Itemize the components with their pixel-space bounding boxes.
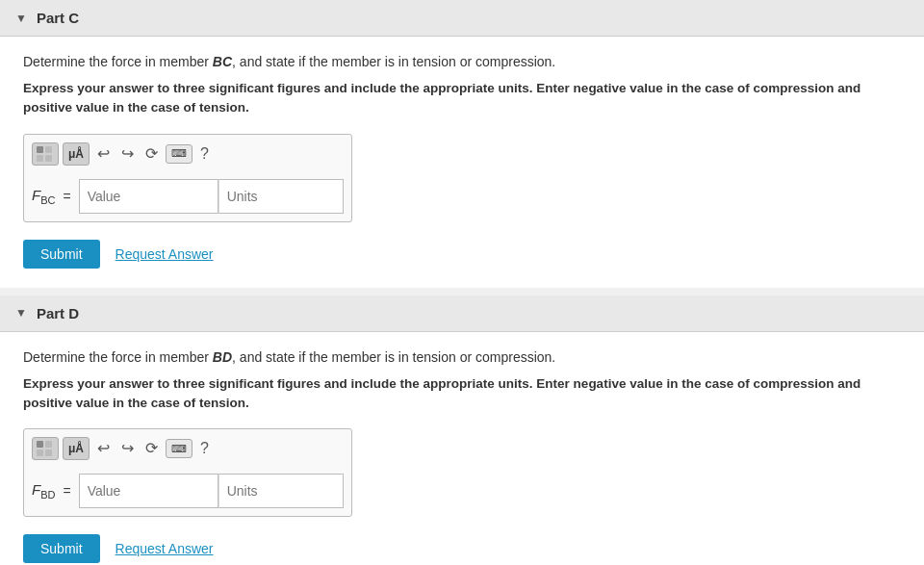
part-c-member: BC: [213, 54, 232, 69]
keyboard-button-c[interactable]: ⌨: [166, 144, 192, 164]
svg-rect-0: [37, 146, 43, 153]
part-d-instruction: Express your answer to three significant…: [23, 374, 901, 414]
part-d-request-answer-button[interactable]: Request Answer: [116, 541, 214, 556]
part-d-action-row: Submit Request Answer: [23, 534, 901, 563]
part-c-request-answer-button[interactable]: Request Answer: [116, 246, 214, 262]
grid-icon-c[interactable]: [32, 142, 59, 166]
part-d-chevron[interactable]: ▼: [15, 306, 27, 320]
svg-rect-6: [37, 449, 43, 456]
undo-button-d[interactable]: ↩: [93, 439, 114, 458]
part-c-units-input[interactable]: [218, 179, 344, 214]
part-c-instruction: Express your answer to three significant…: [23, 79, 901, 118]
svg-rect-1: [45, 146, 52, 153]
part-d-member: BD: [213, 349, 232, 365]
part-d-body: Determine the force in member BD, and st…: [0, 332, 924, 566]
mu-button-c[interactable]: μÅ: [63, 142, 90, 166]
part-c-chevron[interactable]: ▼: [15, 12, 27, 25]
part-c-input-row: FBC =: [32, 179, 344, 214]
part-d-section: ▼ Part D Determine the force in member B…: [0, 295, 924, 566]
svg-rect-2: [37, 155, 43, 162]
part-c-header: ▼ Part C: [0, 0, 924, 37]
redo-button-c[interactable]: ↪: [117, 144, 138, 164]
part-c-action-row: Submit Request Answer: [23, 240, 901, 269]
part-d-title: Part D: [37, 305, 79, 321]
part-c-submit-button[interactable]: Submit: [23, 240, 100, 269]
svg-rect-5: [45, 441, 52, 448]
svg-rect-3: [45, 155, 52, 162]
keyboard-button-d[interactable]: ⌨: [166, 439, 192, 458]
reset-button-c[interactable]: ⟳: [141, 144, 162, 164]
part-c-title: Part C: [37, 10, 79, 26]
part-d-units-input[interactable]: [218, 474, 344, 508]
part-c-body: Determine the force in member BC, and st…: [0, 37, 924, 288]
help-button-d[interactable]: ?: [196, 439, 213, 458]
part-d-submit-button[interactable]: Submit: [23, 534, 100, 563]
part-d-toolbar: μÅ ↩ ↪ ⟳ ⌨ ?: [32, 437, 344, 466]
part-d-input-area: μÅ ↩ ↪ ⟳ ⌨ ? FBD =: [23, 428, 352, 517]
svg-rect-4: [37, 441, 43, 448]
part-d-input-row: FBD =: [32, 474, 344, 508]
redo-button-d[interactable]: ↪: [117, 439, 138, 458]
part-c-label: FBC: [32, 187, 55, 206]
part-d-label: FBD: [32, 481, 55, 501]
reset-button-d[interactable]: ⟳: [141, 439, 162, 458]
grid-icon-d[interactable]: [32, 437, 59, 460]
part-d-header: ▼ Part D: [0, 295, 924, 332]
part-d-description: Determine the force in member BD, and st…: [23, 349, 901, 365]
part-c-toolbar: μÅ ↩ ↪ ⟳ ⌨ ?: [32, 142, 344, 171]
part-d-value-input[interactable]: [79, 474, 218, 508]
help-button-c[interactable]: ?: [196, 144, 213, 164]
part-c-description: Determine the force in member BC, and st…: [23, 54, 901, 69]
undo-button-c[interactable]: ↩: [93, 144, 114, 164]
svg-rect-7: [45, 449, 52, 456]
part-c-value-input[interactable]: [79, 179, 218, 214]
part-c-section: ▼ Part C Determine the force in member B…: [0, 0, 924, 288]
part-c-input-area: μÅ ↩ ↪ ⟳ ⌨ ? FBC =: [23, 134, 352, 222]
mu-button-d[interactable]: μÅ: [63, 437, 90, 460]
